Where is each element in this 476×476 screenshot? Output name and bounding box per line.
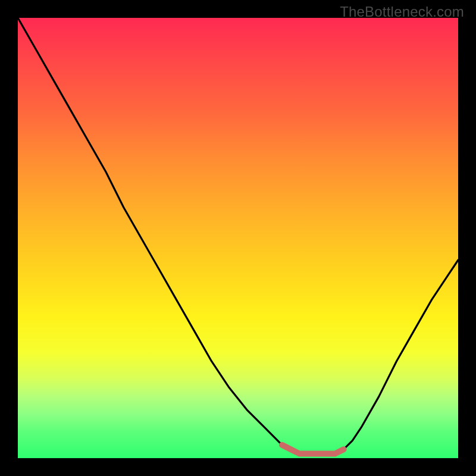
plot-area (18, 18, 458, 458)
chart-frame: TheBottleneck.com (0, 0, 476, 476)
bottleneck-curve (18, 18, 458, 454)
chart-svg (18, 18, 458, 458)
optimal-range-marker (282, 445, 344, 454)
